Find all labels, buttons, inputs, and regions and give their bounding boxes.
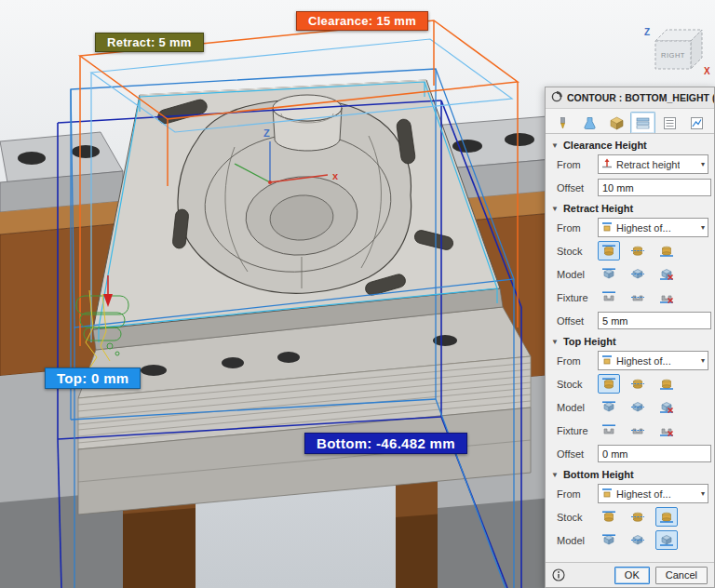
section-title: Clearance Height — [563, 140, 647, 151]
row-label: From — [557, 488, 598, 500]
ok-button[interactable]: OK — [614, 567, 650, 584]
row-model: Model — [546, 528, 714, 552]
offset-input[interactable] — [598, 312, 711, 329]
from-select[interactable]: Highest of...▾ — [598, 484, 708, 503]
from-select[interactable]: Highest of...▾ — [598, 218, 708, 237]
retract-badge[interactable]: Retract: 5 mm — [95, 33, 204, 52]
stock-top-button[interactable] — [598, 507, 620, 527]
top-badge[interactable]: Top: 0 mm — [45, 368, 141, 389]
row-stock: Stock — [546, 505, 714, 528]
model-bottom-button[interactable] — [655, 530, 678, 550]
tab-passes-icon[interactable] — [657, 112, 682, 133]
offset-input[interactable] — [598, 179, 711, 196]
row-label: Offset — [557, 448, 598, 460]
model-top-button[interactable] — [598, 530, 620, 550]
model-box-button[interactable] — [627, 530, 649, 550]
tab-radii-icon[interactable] — [604, 112, 629, 133]
model-box-button[interactable] — [627, 397, 649, 417]
section-title: Bottom Height — [563, 469, 634, 480]
stock-box-button[interactable] — [627, 374, 649, 394]
from-select[interactable]: Retract height▾ — [598, 154, 708, 174]
dialog-title-bar[interactable]: CONTOUR : BOTTOM_HEIGHT (2) — [546, 87, 714, 109]
row-offset: Offset — [546, 309, 714, 332]
model-top-button[interactable] — [598, 397, 620, 417]
viewcube-z-axis-label: Z — [644, 27, 650, 37]
select-value: Retract height — [616, 159, 680, 170]
section-header[interactable]: ▼Top Height — [546, 332, 714, 349]
row-stock: Stock — [546, 372, 714, 395]
stock-reference-buttons — [598, 507, 678, 527]
row-label: Offset — [557, 315, 598, 327]
from-select[interactable]: Highest of...▾ — [598, 351, 708, 370]
row-label: From — [557, 355, 598, 367]
chevron-down-icon: ▾ — [701, 356, 705, 365]
row-label: Fixture — [557, 292, 598, 303]
model-top-button[interactable] — [598, 264, 620, 284]
info-icon[interactable] — [552, 568, 565, 581]
dialog-footer: OK Cancel — [546, 562, 714, 587]
highest-of-icon — [601, 488, 613, 501]
contour-operation-icon — [551, 91, 562, 104]
model-reference-buttons — [598, 264, 678, 284]
bottom-badge[interactable]: Bottom: -46.482 mm — [304, 433, 467, 454]
cancel-button[interactable]: Cancel — [655, 567, 708, 584]
tab-heights-icon[interactable] — [630, 112, 655, 133]
stock-top-button[interactable] — [598, 241, 620, 261]
row-label: Stock — [557, 246, 598, 257]
fixture-box-button[interactable] — [627, 287, 649, 307]
offset-input[interactable] — [598, 445, 711, 462]
fixture-reference-buttons — [598, 287, 678, 307]
row-label: Model — [557, 269, 598, 280]
row-label: Offset — [557, 182, 598, 194]
tab-geometry-icon[interactable] — [577, 112, 602, 133]
chevron-down-icon: ▾ — [701, 160, 705, 168]
fixture-top-button[interactable] — [598, 421, 620, 440]
section-header[interactable]: ▼Bottom Height — [546, 465, 714, 482]
row-label: Fixture — [557, 425, 598, 436]
select-value: Highest of... — [616, 488, 671, 500]
row-label: Model — [557, 402, 598, 413]
model-reference-buttons — [598, 530, 678, 550]
mold-cavity — [178, 95, 411, 293]
view-cube[interactable]: RIGHT Z X — [642, 19, 715, 82]
section-title: Retract Height — [563, 203, 633, 214]
stock-bottom-button[interactable] — [655, 241, 678, 261]
fixture-box-button[interactable] — [627, 421, 649, 440]
section-header[interactable]: ▼Clearance Height — [546, 136, 714, 153]
row-offset: Offset — [546, 442, 714, 465]
x-axis-label: x — [332, 170, 339, 181]
row-fixture: Fixture — [546, 419, 714, 442]
stock-bottom-button[interactable] — [655, 374, 678, 394]
dialog-title: CONTOUR : BOTTOM_HEIGHT (2) — [567, 92, 714, 103]
section-top-height: ▼Top HeightFromHighest of...▾StockModelF… — [546, 332, 714, 465]
tab-tool-icon[interactable] — [550, 112, 575, 133]
stock-bottom-button[interactable] — [655, 507, 678, 527]
tab-linking-icon[interactable] — [684, 112, 709, 133]
fixture-bottom-button[interactable] — [655, 287, 678, 307]
row-from: FromHighest of...▾ — [546, 482, 714, 505]
row-label: Stock — [557, 512, 598, 523]
row-label: Model — [557, 535, 598, 546]
clearance-badge[interactable]: Clearance: 15 mm — [296, 11, 428, 31]
stock-box-button[interactable] — [627, 507, 649, 527]
section-header[interactable]: ▼Retract Height — [546, 199, 714, 216]
row-from: FromHighest of...▾ — [546, 216, 714, 239]
fixture-top-button[interactable] — [598, 287, 620, 307]
row-model: Model — [546, 395, 714, 419]
contour-dialog: CONTOUR : BOTTOM_HEIGHT (2) ▼Clearance H… — [545, 87, 715, 588]
collapse-caret-icon: ▼ — [551, 141, 559, 150]
row-stock: Stock — [546, 239, 714, 262]
model-box-button[interactable] — [627, 264, 649, 284]
model-bottom-button[interactable] — [655, 397, 678, 417]
model-bottom-button[interactable] — [655, 264, 678, 284]
stock-top-button[interactable] — [598, 374, 620, 394]
row-model: Model — [546, 262, 714, 286]
stock-box-button[interactable] — [627, 241, 649, 261]
section-bottom-height: ▼Bottom HeightFromHighest of...▾StockMod… — [546, 465, 714, 552]
select-value: Highest of... — [616, 355, 671, 367]
chevron-down-icon: ▾ — [701, 489, 705, 498]
fixture-bottom-button[interactable] — [655, 421, 678, 440]
row-label: Stock — [557, 379, 598, 390]
highest-of-icon — [601, 354, 613, 368]
collapse-caret-icon: ▼ — [551, 338, 559, 346]
